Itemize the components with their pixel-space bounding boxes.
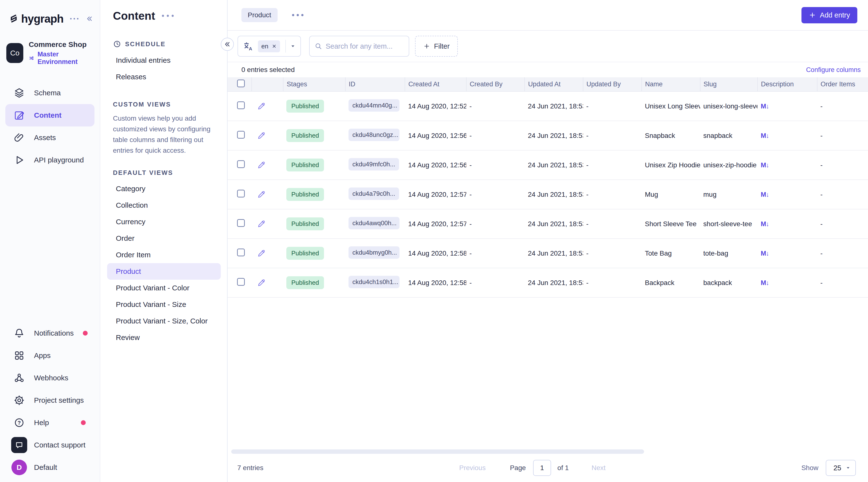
add-entry-button[interactable]: Add entry [802,7,857,23]
view-item-category[interactable]: Category [100,180,227,197]
table-row[interactable]: Published ckdu44mn40g... 14 Aug 2020, 12… [227,91,868,121]
configure-columns-link[interactable]: Configure columns [806,66,861,74]
created-at-cell: 14 Aug 2020, 12:57 [405,180,466,209]
view-item-order[interactable]: Order [100,230,227,247]
table-row[interactable]: Published ckdu4bmyg0h... 14 Aug 2020, 12… [227,238,868,268]
entry-id-chip[interactable]: ckdu4a79c0h... [348,188,399,200]
column-header-updated-at[interactable]: Updated At [525,77,583,91]
collapse-sidebar-icon[interactable] [86,13,93,24]
row-checkbox[interactable] [237,160,245,168]
view-item-order-item[interactable]: Order Item [100,247,227,263]
sidebar-item-contact-support[interactable]: Contact support [0,434,100,456]
plus-icon [809,11,816,19]
column-header-updated-by[interactable]: Updated By [583,77,642,91]
sidebar-item-api-playground[interactable]: API playground [0,149,100,171]
entry-id-chip[interactable]: ckdu48unc0gz... [348,129,400,141]
next-page-button[interactable]: Next [592,464,606,472]
view-item-product-variant-size-color[interactable]: Product Variant - Size, Color [100,313,227,329]
chevron-down-icon [290,44,296,49]
markdown-icon: M↓ [761,103,769,110]
edit-entry-icon[interactable] [257,278,266,287]
sidebar-footer: Notifications Apps Webhooks Project sett… [0,322,100,482]
page-label: Page [510,464,526,472]
page-number-input[interactable] [533,460,551,476]
selection-summary-row: 0 entries selected Configure columns [227,62,868,77]
row-checkbox[interactable] [237,102,245,109]
column-header-description[interactable]: Description [757,77,817,91]
view-item-review[interactable]: Review [100,329,227,346]
locale-select[interactable]: A en [238,36,301,57]
updated-by-cell: - [583,209,642,238]
view-item-product[interactable]: Product [107,263,221,280]
search-input[interactable] [326,42,404,50]
slug-cell: short-sleeve-tee [700,209,757,238]
sidebar-item-schema[interactable]: Schema [0,82,100,104]
entry-id-chip[interactable]: ckdu4ch1s0h1... [348,276,400,288]
environment-selector[interactable]: Master Environment [29,51,93,66]
table-row[interactable]: Published ckdu4a79c0h... 14 Aug 2020, 12… [227,180,868,209]
view-item-product-variant-color[interactable]: Product Variant - Color [100,280,227,296]
row-checkbox[interactable] [237,190,245,197]
workspace-switcher[interactable]: Co Commerce Shop Master Environment [6,40,93,66]
remove-locale-icon[interactable] [272,44,277,49]
column-header-created-by[interactable]: Created By [466,77,525,91]
column-header-created-at[interactable]: Created At [405,77,466,91]
view-item-product-variant-size[interactable]: Product Variant - Size [100,296,227,313]
row-checkbox[interactable] [237,131,245,139]
sidebar-item-apps[interactable]: Apps [0,344,100,367]
table-row[interactable]: Published ckdu48unc0gz... 14 Aug 2020, 1… [227,121,868,150]
table-row[interactable]: Published ckdu4ch1s0h1... 14 Aug 2020, 1… [227,268,868,297]
row-checkbox[interactable] [237,249,245,256]
sidebar-item-label: Schema [34,89,61,97]
stage-badge: Published [286,218,324,230]
created-by-cell: - [466,268,525,297]
previous-page-button[interactable]: Previous [459,464,486,472]
schedule-item-individual-entries[interactable]: Individual entries [100,52,227,68]
column-header-stages[interactable]: Stages [283,77,345,91]
view-options-icon[interactable] [292,13,304,17]
column-header-name[interactable]: Name [642,77,700,91]
sidebar-item-assets[interactable]: Assets [0,126,100,149]
add-filter-button[interactable]: Filter [415,36,458,57]
entry-id-chip[interactable]: ckdu4bmyg0h... [348,246,400,259]
sidebar-item-label: Project settings [34,396,84,404]
collapse-panel-button[interactable] [221,38,234,51]
main-content: Product Add entry A en [227,0,868,482]
select-all-checkbox[interactable] [237,80,245,87]
table-row[interactable]: Published ckdu49mfc0h... 14 Aug 2020, 12… [227,150,868,180]
column-header-order-items[interactable]: Order Items [817,77,868,91]
schedule-item-releases[interactable]: Releases [100,68,227,85]
sidebar-item-notifications[interactable]: Notifications [0,322,100,344]
entry-id-chip[interactable]: ckdu44mn40g... [348,99,400,112]
edit-entry-icon[interactable] [257,161,266,170]
page-size-select[interactable]: 25 [826,460,856,476]
edit-entry-icon[interactable] [257,190,266,199]
entry-id-chip[interactable]: ckdu49mfc0h... [348,158,399,170]
column-header-slug[interactable]: Slug [700,77,757,91]
row-checkbox[interactable] [237,219,245,227]
sidebar-item-project-settings[interactable]: Project settings [0,389,100,412]
table-row[interactable]: Published ckdu4awq00h... 14 Aug 2020, 12… [227,209,868,238]
edit-entry-icon[interactable] [257,102,266,111]
entries-count: 7 entries [237,464,263,472]
row-checkbox[interactable] [237,278,245,286]
entry-id-chip[interactable]: ckdu4awq00h... [348,217,400,229]
scrollbar-thumb[interactable] [231,449,644,454]
view-chip[interactable]: Product [241,8,278,22]
column-header-id[interactable]: ID [345,77,405,91]
view-item-collection[interactable]: Collection [100,197,227,214]
edit-entry-icon[interactable] [257,249,266,258]
workspace-menu-icon[interactable] [70,17,79,21]
edit-entry-icon[interactable] [257,219,266,229]
updated-at-cell: 24 Jun 2021, 18:53 [525,180,583,209]
content-menu-icon[interactable] [161,15,174,17]
edit-entry-icon[interactable] [257,131,266,140]
sidebar-item-content[interactable]: Content [5,104,94,126]
sidebar-item-webhooks[interactable]: Webhooks [0,367,100,389]
branch-icon [29,55,35,62]
updated-by-cell: - [583,91,642,121]
sidebar-item-user-default[interactable]: D Default [0,456,100,479]
help-circle-icon: ? [13,417,25,428]
sidebar-item-help[interactable]: ? Help [0,412,100,434]
view-item-currency[interactable]: Currency [100,214,227,230]
